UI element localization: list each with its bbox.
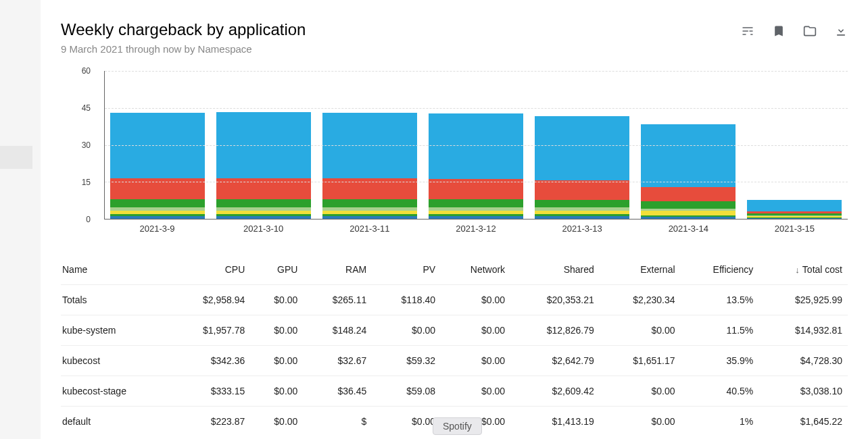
- cell-name: kube-system: [61, 315, 170, 346]
- col-network[interactable]: Network: [441, 260, 510, 285]
- col-total-cost[interactable]: ↓Total cost: [758, 260, 848, 285]
- filters-icon[interactable]: [741, 24, 754, 38]
- bar[interactable]: [641, 124, 736, 219]
- table-row[interactable]: kubecost-stage$333.15$0.00$36.45$59.08$0…: [61, 376, 848, 407]
- bar-segment: [110, 216, 205, 219]
- cell-shared: $1,413.19: [510, 407, 600, 437]
- plot-area: [104, 71, 848, 220]
- bar-segment: [747, 200, 842, 211]
- y-tick: 60: [82, 66, 91, 76]
- bar-segment: [641, 211, 736, 215]
- col-pv[interactable]: PV: [372, 260, 441, 285]
- x-tick: 2021-3-12: [423, 224, 529, 240]
- bar-segment: [641, 201, 736, 209]
- bar-segment: [110, 199, 205, 207]
- x-tick: 2021-3-14: [635, 224, 742, 240]
- bar-slot: [423, 113, 529, 219]
- cell-efficiency: 11.5%: [681, 315, 759, 346]
- bar-segment: [429, 199, 523, 207]
- cell-network: $0.00: [441, 315, 510, 346]
- cell-total-cost: $25,925.99: [758, 285, 848, 315]
- stacked-bar-chart: 015304560 2021-3-92021-3-102021-3-112021…: [61, 71, 848, 240]
- col-efficiency[interactable]: Efficiency: [681, 260, 759, 285]
- bar[interactable]: [535, 116, 629, 219]
- bar-slot: [105, 113, 211, 219]
- main-card: Weekly chargeback by application 9 March…: [41, 0, 868, 439]
- download-icon[interactable]: [834, 24, 848, 38]
- cell-pv: $118.40: [372, 285, 441, 315]
- bar[interactable]: [110, 113, 205, 219]
- spotify-pill[interactable]: Spotify: [433, 417, 482, 435]
- header: Weekly chargeback by application 9 March…: [61, 20, 848, 55]
- cell-shared: $2,609.42: [510, 376, 600, 407]
- col-name[interactable]: Name: [61, 260, 170, 285]
- bar-segment: [216, 216, 311, 219]
- y-tick: 45: [82, 103, 91, 113]
- bar[interactable]: [216, 112, 311, 219]
- cell-name: kubecost-stage: [61, 376, 170, 407]
- bar[interactable]: [429, 113, 523, 219]
- cost-table: NameCPUGPURAMPVNetworkSharedExternalEffi…: [61, 260, 848, 436]
- col-gpu[interactable]: GPU: [250, 260, 303, 285]
- cell-external: $0.00: [600, 407, 681, 437]
- cell-cpu: $223.87: [170, 407, 251, 437]
- cell-name: default: [61, 407, 170, 437]
- grid-line: [105, 145, 848, 146]
- cell-cpu: $1,957.78: [170, 315, 251, 346]
- cell-external: $0.00: [600, 376, 681, 407]
- bar-segment: [216, 199, 311, 207]
- bar-segment: [322, 199, 417, 207]
- table-row[interactable]: kubecost$342.36$0.00$32.67$59.32$0.00$2,…: [61, 346, 848, 376]
- cell-external: $1,651.17: [600, 346, 681, 376]
- col-shared[interactable]: Shared: [510, 260, 600, 285]
- table-header-row: NameCPUGPURAMPVNetworkSharedExternalEffi…: [61, 260, 848, 285]
- bar-slot: [635, 124, 742, 219]
- bar-segment: [747, 218, 842, 219]
- y-tick: 15: [82, 178, 91, 187]
- cell-shared: $12,826.79: [510, 315, 600, 346]
- cell-pv: $0.00: [372, 315, 441, 346]
- cell-gpu: $0.00: [250, 376, 303, 407]
- bar-slot: [211, 112, 317, 219]
- x-tick: 2021-3-9: [104, 224, 210, 240]
- cell-gpu: $0.00: [250, 315, 303, 346]
- bar-segment: [322, 113, 417, 178]
- sidebar-item-stub[interactable]: [0, 146, 32, 169]
- cell-ram: $32.67: [303, 346, 372, 376]
- x-tick: 2021-3-11: [316, 224, 423, 240]
- bar-segment: [535, 180, 629, 200]
- cell-cpu: $342.36: [170, 346, 251, 376]
- col-external[interactable]: External: [600, 260, 681, 285]
- col-cpu[interactable]: CPU: [170, 260, 251, 285]
- bar-segment: [322, 216, 417, 219]
- table-row[interactable]: kube-system$1,957.78$0.00$148.24$0.00$0.…: [61, 315, 848, 346]
- bar-segment: [641, 217, 736, 219]
- col-ram[interactable]: RAM: [303, 260, 372, 285]
- x-tick: 2021-3-13: [529, 224, 635, 240]
- cell-gpu: $0.00: [250, 346, 303, 376]
- cell-pv: $59.32: [372, 346, 441, 376]
- bar-slot: [742, 200, 848, 219]
- cell-name: kubecost: [61, 346, 170, 376]
- table-row[interactable]: Totals$2,958.94$0.00$265.11$118.40$0.00$…: [61, 285, 848, 315]
- bar-slot: [529, 116, 635, 219]
- bookmark-icon[interactable]: [772, 24, 786, 38]
- bar[interactable]: [747, 200, 842, 219]
- bar-slot: [317, 113, 423, 219]
- cell-external: $0.00: [600, 315, 681, 346]
- bar-segment: [641, 124, 736, 188]
- bar-segment: [535, 116, 629, 180]
- action-icons: [741, 24, 848, 38]
- cell-ram: $148.24: [303, 315, 372, 346]
- cell-pv: $59.08: [372, 376, 441, 407]
- y-tick: 0: [86, 215, 91, 224]
- folder-icon[interactable]: [803, 24, 817, 38]
- bar[interactable]: [322, 113, 417, 219]
- page-subtitle: 9 March 2021 through now by Namespace: [61, 43, 306, 55]
- cell-total-cost: $4,728.30: [758, 346, 848, 376]
- title-block: Weekly chargeback by application 9 March…: [61, 20, 306, 55]
- x-axis: 2021-3-92021-3-102021-3-112021-3-122021-…: [104, 224, 848, 240]
- cell-gpu: $0.00: [250, 407, 303, 437]
- cell-efficiency: 13.5%: [681, 285, 759, 315]
- cell-network: $0.00: [441, 376, 510, 407]
